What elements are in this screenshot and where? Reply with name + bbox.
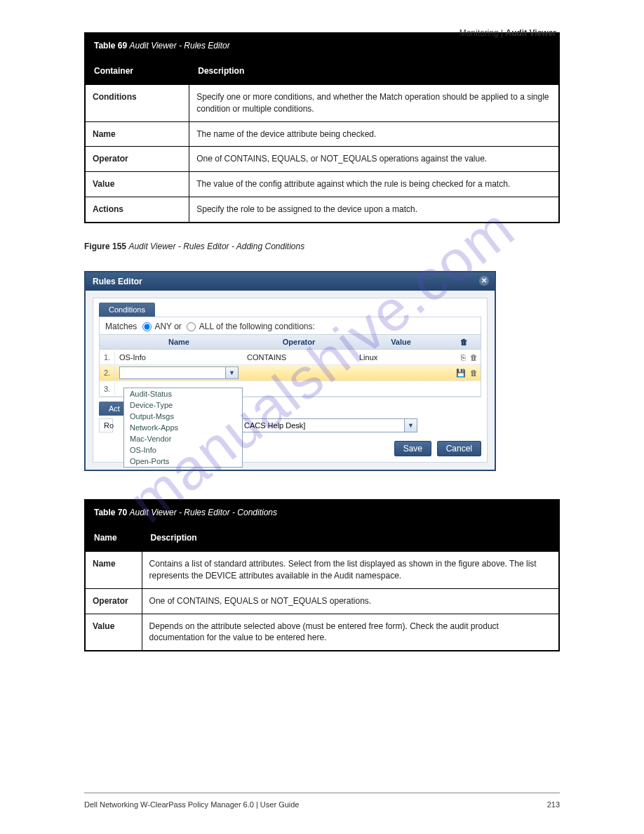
rules-editor-body: Conditions Matches ANY or ALL of the fol… [93, 298, 488, 463]
cell-name: Conditions [85, 85, 189, 122]
dropdown-option[interactable]: Device-Type [124, 399, 242, 411]
conditions-header: Name Operator Value 🗑 [100, 334, 481, 350]
table-70-caption-strong: Table 70 [94, 508, 127, 517]
role-combo-input[interactable] [240, 419, 404, 432]
cell-desc: Depends on the attribute selected above … [142, 614, 559, 651]
row-num: 1. [100, 351, 115, 364]
row-name-editor: ▼ [115, 365, 243, 380]
match-all-label: ALL of the following conditions: [199, 322, 315, 331]
rules-editor-titlebar: Rules Editor ✕ [86, 272, 495, 291]
cell-name: Operator [85, 147, 189, 172]
copy-icon[interactable]: ⎘ [461, 353, 466, 362]
name-combo[interactable]: ▼ [119, 366, 239, 379]
row-value: Linux [355, 352, 447, 363]
rules-editor-window: Rules Editor ✕ Conditions Matches ANY or… [84, 271, 496, 471]
table-69-col-container: Container [85, 59, 189, 85]
cell-desc: Contains a list of standard attributes. … [142, 552, 559, 589]
table-70: Table 70 Audit Viewer - Rules Editor - C… [84, 499, 560, 651]
cancel-button[interactable]: Cancel [437, 441, 481, 456]
table-row: Actions Specify the role to be assigned … [85, 197, 559, 222]
chevron-down-icon[interactable]: ▼ [225, 367, 238, 378]
trash-icon[interactable]: 🗑 [470, 369, 478, 377]
cell-desc: One of CONTAINS, EQUALS or NOT_EQUALS op… [142, 588, 559, 614]
table-69: Table 69 Audit Viewer - Rules Editor Con… [84, 32, 560, 223]
cell-name: Name [85, 552, 142, 589]
table-row: Operator One of CONTAINS, EQUALS or NOT_… [85, 588, 559, 614]
row-name: OS-Info [115, 352, 243, 363]
table-69-caption-strong: Table 69 [94, 41, 127, 51]
dropdown-option[interactable]: OS-Info [124, 444, 242, 456]
table-70-col-description: Description [142, 526, 559, 552]
table-row: Conditions Specify one or more condition… [85, 85, 559, 122]
rules-editor-title: Rules Editor [93, 277, 142, 286]
condition-row-editing: 2. ▼ 💾 🗑 [100, 365, 481, 381]
trash-icon[interactable]: 🗑 [470, 353, 478, 362]
chevron-down-icon[interactable]: ▼ [404, 419, 417, 432]
header-section: Monitoring | Audit Viewer [459, 28, 556, 38]
dropdown-option[interactable]: Mac-Vendor [124, 433, 242, 444]
condition-row: 1. OS-Info CONTAINS Linux ⎘ 🗑 [100, 350, 481, 365]
cell-name: Value [85, 172, 189, 197]
footer-page-number: 213 [547, 800, 560, 809]
table-69-col-description: Description [189, 59, 559, 85]
header-section-text: Monitoring [459, 28, 499, 38]
dropdown-option[interactable]: Network-Apps [124, 422, 242, 433]
dropdown-option[interactable]: Output-Msgs [124, 411, 242, 422]
match-all-radio[interactable] [187, 322, 196, 331]
table-69-caption-rest: Audit Viewer - Rules Editor [129, 41, 229, 51]
matches-line: Matches ANY or ALL of the following cond… [100, 317, 481, 334]
table-row: Value Depends on the attribute selected … [85, 614, 559, 651]
cell-name: Operator [85, 588, 142, 614]
name-combo-input[interactable] [120, 367, 225, 378]
role-combo[interactable]: ▼ [239, 418, 417, 432]
dropdown-option[interactable]: Open-Ports [124, 456, 242, 467]
table-row: Name The name of the device attribute be… [85, 121, 559, 147]
table-70-col-name: Name [85, 526, 142, 552]
figure-155-caption: Figure 155 Audit Viewer - Rules Editor -… [84, 241, 560, 251]
role-label: Ro [99, 418, 113, 432]
col-value: Value [355, 335, 447, 349]
save-button[interactable]: Save [394, 441, 431, 456]
table-row: Value The value of the config attribute … [85, 172, 559, 197]
cell-name: Name [85, 121, 189, 147]
figure-caption-strong: Figure 155 [84, 241, 126, 251]
cell-desc: One of CONTAINS, EQUALS, or NOT_EQUALS o… [189, 147, 559, 172]
cell-desc: Specify the role to be assigned to the d… [189, 197, 559, 222]
match-any-radio[interactable] [142, 322, 152, 331]
close-icon[interactable]: ✕ [479, 276, 489, 286]
conditions-tab[interactable]: Conditions [99, 303, 155, 317]
save-row-icon[interactable]: 💾 [456, 369, 466, 377]
dropdown-option[interactable]: Audit-Status [124, 388, 242, 399]
cell-name: Value [85, 614, 142, 651]
table-70-caption: Table 70 Audit Viewer - Rules Editor - C… [85, 500, 559, 526]
name-dropdown-list[interactable]: Audit-Status Device-Type Output-Msgs Net… [123, 388, 243, 468]
col-operator: Operator [243, 335, 355, 349]
cell-desc: The name of the device attribute being c… [189, 121, 559, 147]
match-any-label: ANY or [154, 322, 181, 331]
footer-rule [84, 793, 560, 793]
cell-name: Actions [85, 197, 189, 222]
footer-left: Dell Networking W-ClearPass Policy Manag… [84, 800, 300, 809]
conditions-panel: Matches ANY or ALL of the following cond… [99, 317, 481, 397]
table-row: Name Contains a list of standard attribu… [85, 552, 559, 589]
figure-caption-rest: Audit Viewer - Rules Editor - Adding Con… [128, 241, 304, 251]
matches-prefix: Matches [105, 322, 137, 331]
header-page-title: Audit Viewer [506, 28, 556, 38]
page-footer: Dell Networking W-ClearPass Policy Manag… [84, 800, 560, 809]
col-name: Name [115, 335, 243, 349]
table-row: Operator One of CONTAINS, EQUALS, or NOT… [85, 147, 559, 172]
cell-desc: The value of the config attribute agains… [189, 172, 559, 197]
row-num: 3. [100, 383, 115, 395]
row-operator: CONTAINS [243, 352, 355, 363]
row-num: 2. [100, 366, 115, 379]
table-70-caption-rest: Audit Viewer - Rules Editor - Conditions [129, 508, 277, 517]
cell-desc: Specify one or more conditions, and whet… [189, 85, 559, 122]
trash-icon[interactable]: 🗑 [460, 338, 468, 346]
